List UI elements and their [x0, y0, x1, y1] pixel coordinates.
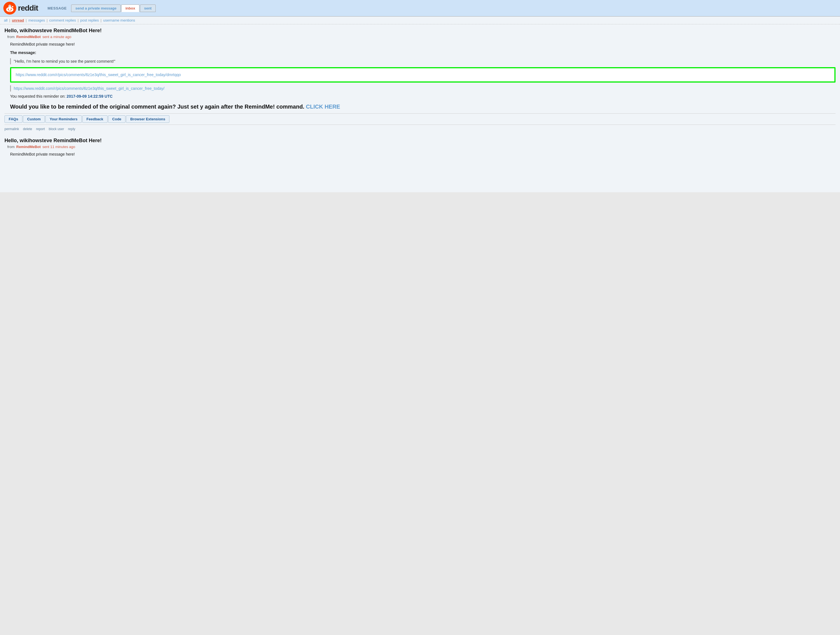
svg-point-7: [8, 5, 11, 8]
message-title-1: Hello, wikihowsteve RemindMeBot Here!: [5, 28, 835, 33]
nav-send-pm[interactable]: send a private message: [71, 5, 121, 12]
message-body-1: RemindMeBot private message here! The me…: [10, 41, 835, 110]
svg-point-5: [12, 6, 13, 8]
highlighted-url-box: https://www.reddit.com/r/pics/comments/6…: [10, 67, 835, 82]
cta-link-1[interactable]: CLICK HERE: [306, 104, 340, 110]
filter-comment-replies[interactable]: comment replies: [49, 18, 76, 22]
svg-point-6: [11, 4, 12, 5]
svg-point-3: [11, 9, 12, 10]
btn-faqs[interactable]: FAQs: [5, 115, 22, 123]
action-block-user-1[interactable]: block user: [49, 127, 64, 131]
sent-time-2: sent 11 minutes ago: [42, 145, 75, 149]
from-label-2: from: [7, 145, 14, 149]
action-report-1[interactable]: report: [36, 127, 45, 131]
body-intro-2: RemindMeBot private message here!: [10, 151, 835, 157]
message-body-2: RemindMeBot private message here!: [10, 151, 835, 157]
action-reply-1[interactable]: reply: [68, 127, 75, 131]
from-user-1[interactable]: RemindMeBot: [16, 35, 41, 39]
from-user-2[interactable]: RemindMeBot: [16, 145, 41, 149]
action-delete-1[interactable]: delete: [23, 127, 32, 131]
header: reddit MESSAGE send a private message in…: [0, 0, 840, 17]
nav-sent[interactable]: sent: [140, 5, 156, 12]
btn-browser-extensions[interactable]: Browser Extensions: [126, 115, 169, 123]
filter-post-replies[interactable]: post replies: [81, 18, 99, 22]
filter-bar: all | unread | messages | comment replie…: [0, 17, 840, 24]
btn-your-reminders[interactable]: Your Reminders: [45, 115, 82, 123]
nav-inbox[interactable]: inbox: [121, 5, 139, 12]
the-message-label-1: The message:: [10, 50, 835, 56]
message-block-2: Hello, wikihowsteve RemindMeBot Here! fr…: [5, 138, 835, 157]
filter-unread[interactable]: unread: [12, 18, 24, 22]
from-label-1: from: [7, 35, 14, 39]
parent-url-block: https://www.reddit.com/r/pics/comments/6…: [10, 85, 835, 91]
svg-point-9: [10, 6, 11, 6]
body-intro-1: RemindMeBot private message here!: [10, 41, 835, 47]
highlighted-url-link[interactable]: https://www.reddit.com/r/pics/comments/6…: [16, 72, 181, 77]
btn-custom[interactable]: Custom: [23, 115, 45, 123]
main-content: Hello, wikihowsteve RemindMeBot Here! fr…: [0, 24, 840, 192]
action-permalink-1[interactable]: permalink: [5, 127, 19, 131]
reminder-date-value: 2017-09-09 14:22:59 UTC: [66, 94, 112, 99]
btn-code[interactable]: Code: [108, 115, 126, 123]
message-meta-2: from RemindMeBot sent 11 minutes ago: [7, 145, 835, 149]
btn-feedback[interactable]: Feedback: [82, 115, 107, 123]
reminder-text-1: You requested this reminder on: 2017-09-…: [10, 93, 835, 99]
cta-text-1: Would you like to be reminded of the ori…: [10, 103, 835, 110]
svg-point-2: [8, 9, 9, 10]
message-title-2: Hello, wikihowsteve RemindMeBot Here!: [5, 138, 835, 143]
nav-message[interactable]: MESSAGE: [44, 5, 71, 12]
filter-username-mentions[interactable]: username mentions: [103, 18, 135, 22]
action-links-1: permalink delete report block user reply: [5, 127, 835, 131]
svg-point-8: [9, 6, 9, 6]
reddit-logo-icon: [3, 2, 16, 14]
parent-url-link[interactable]: https://www.reddit.com/r/pics/comments/6…: [14, 86, 164, 91]
message-meta-1: from RemindMeBot sent a minute ago: [7, 35, 835, 39]
site-title: reddit: [18, 4, 38, 13]
quote-1: "Hello, I'm here to remind you to see th…: [10, 58, 835, 65]
nav-tabs: MESSAGE send a private message inbox sen…: [44, 5, 156, 12]
filter-all[interactable]: all: [4, 18, 8, 22]
filter-messages[interactable]: messages: [28, 18, 45, 22]
button-row-1: FAQs Custom Your Reminders Feedback Code…: [5, 113, 835, 125]
message-block-1: Hello, wikihowsteve RemindMeBot Here! fr…: [5, 28, 835, 131]
sent-time-1: sent a minute ago: [42, 35, 71, 39]
logo-area: reddit: [3, 2, 38, 14]
